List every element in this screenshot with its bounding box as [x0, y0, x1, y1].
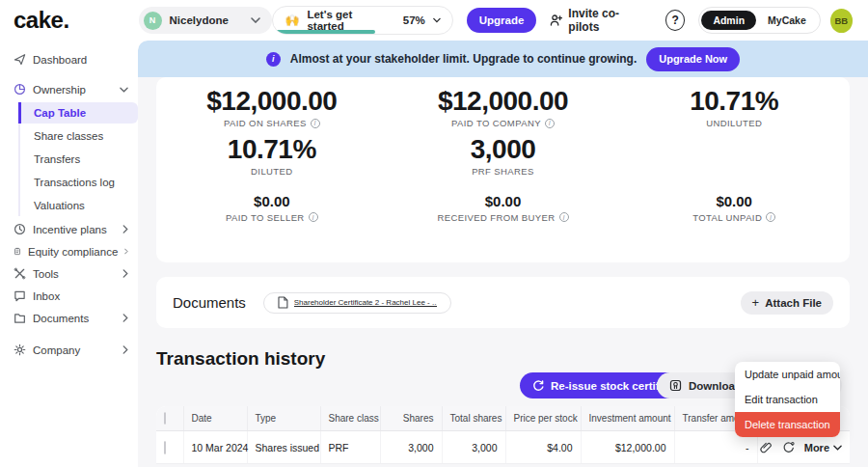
document-file-pill[interactable]: Shareholder Certificate 2 - Rachel Lee -…: [263, 292, 451, 314]
row-context-menu: Update unpaid amount Edit transaction De…: [735, 362, 840, 437]
sidebar: Dashboard Ownership Cap Table Share clas…: [0, 41, 138, 467]
chevron-down-icon: [120, 87, 128, 93]
col-share-class: Share class: [320, 406, 380, 431]
info-icon[interactable]: i: [311, 119, 320, 128]
stat-paid-to-company: $12,000.00 Paid to companyi: [388, 86, 619, 128]
celebrate-icon: 🙌: [285, 14, 299, 27]
select-all-checkbox[interactable]: [164, 412, 166, 425]
upgrade-now-button[interactable]: Upgrade Now: [646, 47, 740, 71]
attach-file-button[interactable]: + Attach File: [741, 291, 833, 315]
tools-icon: [14, 267, 26, 280]
chevron-right-icon: [122, 269, 128, 278]
sidebar-item-transfers[interactable]: Transfers: [20, 149, 138, 170]
documents-title: Documents: [173, 294, 246, 311]
gear-icon: [14, 343, 26, 356]
sidebar-item-dashboard[interactable]: Dashboard: [0, 48, 138, 70]
chevron-down-icon: [251, 17, 260, 23]
onboarding-progress[interactable]: 🙌 Let's get started 57%: [272, 6, 452, 35]
clipboard-icon: [14, 245, 21, 258]
menu-update-unpaid-amount[interactable]: Update unpaid amount: [735, 362, 840, 387]
upgrade-button[interactable]: Upgrade: [467, 8, 537, 33]
chevron-right-icon: [122, 314, 128, 322]
clock-icon: [14, 223, 26, 235]
chevron-right-icon: [124, 247, 128, 256]
stat-prf-shares: 3,000 PRF Shares: [388, 134, 619, 177]
info-icon[interactable]: i: [766, 212, 775, 222]
cell-total-shares: 3,000: [442, 431, 505, 464]
row-checkbox[interactable]: [164, 441, 166, 454]
col-type: Type: [247, 406, 320, 431]
invite-copilots-button[interactable]: Invite co-pilots: [550, 7, 643, 34]
document-icon: [278, 296, 288, 309]
cell-investment-amount: $12,000.00: [581, 431, 674, 464]
col-date: Date: [183, 406, 247, 431]
toggle-admin[interactable]: Admin: [701, 11, 756, 30]
stat-paid-to-seller: $0.00 Paid to selleri: [156, 192, 388, 223]
sidebar-item-company[interactable]: Company: [0, 339, 138, 361]
sidebar-item-equity-compliance[interactable]: Equity compliance: [0, 240, 138, 262]
ownership-submenu: Cap Table Share classes Transfers Transa…: [18, 102, 138, 216]
info-icon[interactable]: i: [309, 212, 318, 222]
cell-share-class: PRF: [320, 431, 380, 464]
cell-price-per-stock: $4.00: [505, 431, 581, 464]
stat-paid-on-shares: $12,000.00 Paid on sharesi: [156, 86, 388, 128]
top-bar: cake. N Nicelydone 🙌 Let's get started 5…: [0, 0, 868, 41]
sidebar-item-tools[interactable]: Tools: [0, 262, 138, 285]
stat-received-from-buyer: $0.00 Received from buyeri: [388, 192, 619, 223]
info-icon[interactable]: i: [559, 212, 569, 222]
company-avatar: N: [144, 12, 162, 30]
onboarding-progress-bar: [273, 30, 375, 34]
attachment-icon[interactable]: [760, 441, 773, 453]
cell-type: Shares issued: [247, 431, 320, 464]
stakeholder-limit-banner: i Almost at your stakeholder limit. Upgr…: [138, 41, 868, 77]
refresh-icon: [532, 380, 544, 392]
info-icon: i: [266, 52, 281, 67]
onboarding-percent: 57%: [403, 14, 425, 26]
menu-delete-transaction[interactable]: Delete transaction: [735, 412, 840, 437]
plus-icon: +: [752, 295, 760, 310]
toggle-mycake[interactable]: MyCake: [756, 11, 818, 30]
documents-card: Documents Shareholder Certificate 2 - Ra…: [156, 277, 850, 328]
main-content: i Almost at your stakeholder limit. Upgr…: [138, 41, 868, 467]
stat-total-unpaid: $0.00 Total unpaidi: [618, 192, 850, 223]
document-file-link[interactable]: Shareholder Certificate 2 - Rachel Lee -…: [294, 298, 437, 307]
chevron-right-icon: [122, 225, 128, 234]
transaction-summary-card: $12,000.00 Paid on sharesi $12,000.00 Pa…: [156, 77, 850, 262]
col-investment-amount: Investment amount: [581, 406, 674, 431]
stat-undiluted: 10.71% Undiluted: [618, 86, 850, 128]
send-icon: [14, 53, 26, 66]
folder-icon: [14, 312, 26, 324]
menu-edit-transaction[interactable]: Edit transaction: [735, 387, 840, 412]
cell-shares: 3,000: [380, 431, 442, 464]
sidebar-item-incentive-plans[interactable]: Incentive plans: [0, 218, 138, 240]
col-price-per-stock: Price per stock: [505, 406, 581, 431]
mode-toggle: Admin MyCake: [698, 7, 820, 34]
sidebar-item-documents[interactable]: Documents: [0, 307, 138, 329]
stat-diluted: 10.71% Diluted: [156, 134, 388, 177]
company-selector[interactable]: N Nicelydone: [139, 7, 273, 34]
chevron-down-icon: [833, 445, 842, 451]
chat-bubble-icon: [14, 289, 26, 302]
user-avatar[interactable]: BB: [830, 9, 853, 33]
chevron-right-icon: [122, 345, 128, 354]
banner-text: Almost at your stakeholder limit. Upgrad…: [290, 52, 637, 66]
sidebar-item-inbox[interactable]: Inbox: [0, 285, 138, 307]
sidebar-item-cap-table[interactable]: Cap Table: [18, 102, 138, 124]
col-shares: Shares: [380, 406, 442, 431]
info-icon[interactable]: i: [545, 119, 555, 128]
sidebar-item-valuations[interactable]: Valuations: [20, 195, 138, 216]
sidebar-item-transactions-log[interactable]: Transactions log: [20, 172, 138, 193]
sidebar-item-share-classes[interactable]: Share classes: [20, 125, 138, 147]
chevron-down-icon: [433, 17, 441, 23]
cell-date: 10 Mar 2024: [183, 431, 247, 464]
sidebar-item-ownership[interactable]: Ownership: [0, 78, 138, 100]
reissue-certificate-icon[interactable]: [782, 441, 795, 453]
invite-label: Invite co-pilots: [568, 7, 643, 34]
pie-chart-icon: [14, 83, 26, 96]
person-plus-icon: [550, 14, 562, 27]
more-button[interactable]: More: [804, 442, 842, 453]
certificate-icon: [669, 379, 682, 392]
cake-logo: cake.: [14, 7, 69, 34]
onboarding-label: Let's get started: [307, 9, 381, 32]
help-icon[interactable]: ?: [665, 10, 686, 31]
